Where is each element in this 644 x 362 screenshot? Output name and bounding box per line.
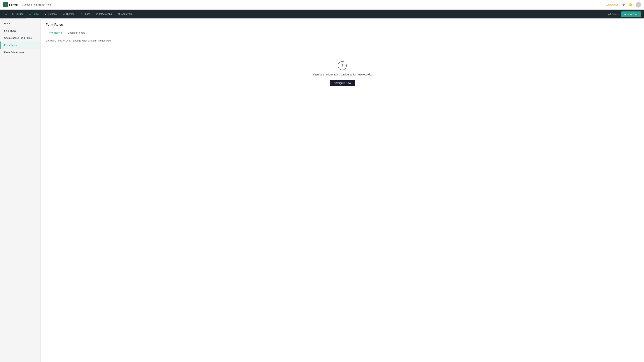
avatar[interactable] — [636, 2, 641, 8]
main-layout: Rules Field Rules Choice-based Field Rul… — [0, 19, 644, 362]
subscription-link[interactable]: Subscription — [605, 3, 618, 6]
sidebar-item-field-rules[interactable]: Field Rules — [0, 27, 40, 34]
configure-now-button[interactable]: Configure Now — [330, 80, 355, 86]
tab-new-record[interactable]: New Record — [46, 30, 65, 36]
navbar-left: ⌂ ⊞ Builder ☰ Rules ⚙ Settings ◎ Themes … — [3, 10, 134, 19]
topbar-right: Subscription ⚙ 🔔 — [605, 2, 641, 8]
topbar-left: F Forms Attendee Registration Form — [3, 2, 52, 7]
form-title: Attendee Registration Form — [20, 3, 52, 6]
sidebar-item-builder[interactable]: ⊞ Builder — [10, 10, 26, 19]
tab-updated-record[interactable]: Updated Record — [65, 30, 88, 36]
subtitle: Configure rules for what happens when th… — [46, 39, 639, 42]
settings-nav-icon: ⚙ — [44, 12, 47, 15]
topbar: F Forms Attendee Registration Form Subsc… — [0, 0, 644, 10]
settings-icon[interactable]: ⚙ — [622, 3, 626, 7]
builder-icon: ⊞ — [12, 12, 14, 15]
empty-state: i There are no form rules configured for… — [46, 47, 639, 101]
themes-icon: ◎ — [62, 12, 65, 15]
sidebar-item-rules[interactable]: ☰ Rules — [26, 10, 41, 19]
page-title: Form Rules — [46, 23, 639, 27]
content-area: Form Rules New Record Updated Record Con… — [40, 19, 644, 362]
navbar-right: All Entries Access Form — [608, 12, 641, 17]
share-icon: ↗ — [80, 12, 82, 15]
sidebar-item-approvals[interactable]: ▦ Approvals — [115, 10, 134, 19]
sidebar-item-home[interactable]: ⌂ — [3, 10, 9, 19]
sidebar-item-share[interactable]: ↗ Share — [78, 10, 93, 19]
approvals-icon: ▦ — [118, 12, 120, 15]
home-icon: ⌂ — [5, 12, 7, 15]
app-logo[interactable]: F Forms — [3, 2, 18, 7]
all-entries-link[interactable]: All Entries — [608, 13, 619, 16]
app-name: Forms — [9, 3, 18, 6]
access-form-button[interactable]: Access Form — [621, 12, 641, 17]
sidebar-item-themes[interactable]: ◎ Themes — [60, 10, 77, 19]
logo-icon: F — [3, 2, 8, 7]
sidebar: Rules Field Rules Choice-based Field Rul… — [0, 19, 40, 362]
tab-bar: New Record Updated Record — [46, 30, 639, 36]
rules-icon: ☰ — [29, 12, 31, 15]
sidebar-item-choice-based-field-rules[interactable]: Choice-based Field Rules — [0, 34, 40, 42]
sidebar-item-deny-submissions[interactable]: Deny Submissions — [0, 49, 40, 56]
sidebar-item-rules[interactable]: Rules — [0, 20, 40, 27]
info-icon: i — [338, 61, 347, 70]
sidebar-item-integrations[interactable]: ⟳ Integrations — [94, 10, 114, 19]
bell-icon[interactable]: 🔔 — [628, 3, 632, 7]
integrations-icon: ⟳ — [96, 12, 98, 15]
sidebar-item-form-rules[interactable]: Form Rules — [0, 42, 40, 49]
navbar: ⌂ ⊞ Builder ☰ Rules ⚙ Settings ◎ Themes … — [0, 10, 644, 19]
sidebar-item-settings[interactable]: ⚙ Settings — [42, 10, 59, 19]
empty-state-message: There are no form rules configured for n… — [313, 73, 372, 76]
